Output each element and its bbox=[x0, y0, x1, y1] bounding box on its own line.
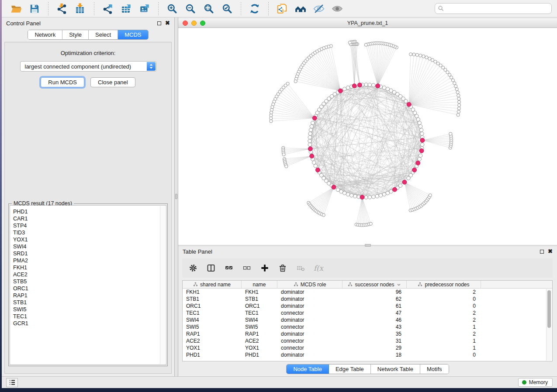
list-scrollbar[interactable] bbox=[160, 206, 166, 364]
network-node[interactable] bbox=[311, 121, 315, 124]
tab-motifs[interactable]: Motifs bbox=[420, 364, 449, 374]
network-node[interactable] bbox=[368, 83, 371, 86]
tab-mcds[interactable]: MCDS bbox=[118, 30, 148, 39]
mcds-hub-node[interactable] bbox=[308, 147, 312, 151]
save-session-button[interactable] bbox=[25, 1, 44, 16]
close-panel-icon[interactable]: ✖ bbox=[165, 21, 170, 25]
mcds-hub-node[interactable] bbox=[416, 161, 420, 165]
mcds-hub-node[interactable] bbox=[312, 116, 317, 120]
network-node[interactable] bbox=[382, 86, 386, 89]
table-row[interactable]: RAP1RAP1dominator352 bbox=[183, 330, 552, 337]
network-node[interactable] bbox=[457, 100, 460, 103]
column-header-name[interactable]: name bbox=[242, 281, 277, 288]
criterion-dropdown[interactable]: largest connected component (undirected) bbox=[20, 61, 156, 72]
network-node[interactable] bbox=[455, 88, 458, 91]
select-all-button[interactable] bbox=[223, 262, 235, 274]
network-node[interactable] bbox=[412, 53, 415, 56]
result-node-item[interactable]: YOX1 bbox=[13, 236, 166, 243]
float-panel-icon[interactable] bbox=[157, 21, 161, 25]
network-node[interactable] bbox=[369, 222, 372, 225]
mcds-hub-node[interactable] bbox=[315, 168, 320, 172]
network-node[interactable] bbox=[418, 121, 421, 124]
first-neighbors-button[interactable] bbox=[291, 1, 310, 16]
network-node[interactable] bbox=[343, 87, 346, 91]
network-node[interactable] bbox=[339, 190, 343, 193]
table-row[interactable]: FKH1FKH1dominator962 bbox=[183, 289, 552, 296]
table-row[interactable]: SWI4SWI4dominator462 bbox=[183, 316, 552, 323]
tab-edge-table[interactable]: Edge Table bbox=[329, 364, 371, 374]
network-node[interactable] bbox=[453, 82, 456, 85]
hide-selected-button[interactable] bbox=[310, 1, 328, 16]
tab-select[interactable]: Select bbox=[89, 30, 118, 39]
network-node[interactable] bbox=[457, 113, 460, 117]
add-button[interactable] bbox=[259, 262, 270, 274]
network-node[interactable] bbox=[456, 91, 459, 94]
network-node[interactable] bbox=[308, 135, 311, 139]
network-node[interactable] bbox=[285, 165, 288, 168]
network-node[interactable] bbox=[364, 43, 367, 46]
result-node-item[interactable]: STP4 bbox=[13, 222, 166, 229]
delete-button[interactable] bbox=[277, 262, 288, 274]
mcds-hub-node[interactable] bbox=[338, 89, 343, 93]
mcds-hub-node[interactable] bbox=[419, 148, 424, 153]
result-node-item[interactable]: GCR1 bbox=[13, 320, 166, 327]
network-node[interactable] bbox=[314, 164, 317, 168]
network-node[interactable] bbox=[419, 54, 422, 57]
panel-divider[interactable] bbox=[175, 17, 178, 376]
network-node[interactable] bbox=[454, 85, 457, 88]
network-node[interactable] bbox=[457, 97, 460, 100]
zoom-fit-button[interactable] bbox=[200, 1, 218, 16]
network-node[interactable] bbox=[409, 53, 412, 56]
tab-node-table[interactable]: Node Table bbox=[287, 364, 329, 374]
network-node[interactable] bbox=[425, 56, 428, 59]
mcds-hub-node[interactable] bbox=[352, 84, 356, 88]
export-table-button[interactable] bbox=[117, 1, 135, 16]
network-node[interactable] bbox=[421, 143, 424, 146]
table-row[interactable]: ACE2ACE2connector311 bbox=[183, 337, 552, 344]
column-header-predecessor-nodes[interactable]: predecessor nodes bbox=[407, 281, 481, 288]
network-node[interactable] bbox=[389, 190, 393, 193]
result-node-item[interactable]: FKH1 bbox=[13, 264, 166, 271]
result-node-item[interactable]: STB5 bbox=[13, 278, 166, 285]
network-node[interactable] bbox=[419, 124, 422, 128]
mcds-hub-node[interactable] bbox=[402, 180, 407, 184]
result-node-item[interactable]: ACE2 bbox=[13, 271, 166, 278]
open-file-button[interactable] bbox=[7, 1, 25, 16]
network-node[interactable] bbox=[457, 110, 460, 113]
mcds-hub-node[interactable] bbox=[420, 138, 425, 142]
network-node[interactable] bbox=[368, 196, 371, 199]
network-node[interactable] bbox=[418, 157, 421, 161]
network-node[interactable] bbox=[294, 80, 297, 83]
scrollbar-thumb[interactable] bbox=[547, 290, 551, 328]
memory-button[interactable]: Memory bbox=[518, 378, 553, 387]
network-node[interactable] bbox=[458, 103, 461, 107]
network-node[interactable] bbox=[398, 184, 402, 187]
mcds-result-list[interactable]: PHD1CAR1STP4TID3YOX1SWI4SRD1PMA2FKH1ACE2… bbox=[10, 205, 166, 365]
show-all-button[interactable] bbox=[328, 1, 346, 16]
run-mcds-button[interactable]: Run MCDS bbox=[41, 77, 84, 87]
mcds-hub-node[interactable] bbox=[393, 187, 397, 192]
import-table-button[interactable] bbox=[71, 1, 90, 16]
network-canvas[interactable] bbox=[178, 28, 557, 245]
network-node[interactable] bbox=[372, 83, 375, 87]
network-node[interactable] bbox=[429, 194, 432, 197]
network-node[interactable] bbox=[415, 53, 419, 56]
network-titlebar[interactable]: YPA_prune.txt_1 bbox=[178, 19, 557, 28]
import-network-button[interactable] bbox=[53, 1, 71, 16]
network-node[interactable] bbox=[346, 86, 349, 89]
columns-button[interactable] bbox=[205, 262, 217, 274]
network-node[interactable] bbox=[308, 132, 312, 135]
result-node-item[interactable]: SWI4 bbox=[13, 243, 166, 250]
network-node[interactable] bbox=[416, 117, 420, 121]
network-node[interactable] bbox=[379, 193, 382, 197]
mcds-hub-node[interactable] bbox=[376, 84, 380, 88]
result-node-item[interactable]: PHD1 bbox=[13, 208, 166, 215]
result-node-item[interactable]: PMA2 bbox=[13, 257, 166, 264]
result-node-item[interactable]: ORC1 bbox=[13, 285, 166, 292]
network-node[interactable] bbox=[322, 213, 325, 217]
zoom-in-button[interactable] bbox=[163, 1, 181, 16]
network-node[interactable] bbox=[282, 153, 285, 156]
tab-network[interactable]: Network bbox=[28, 30, 62, 39]
table-row[interactable]: STB1STB1dominator620 bbox=[183, 296, 552, 303]
network-node[interactable] bbox=[422, 55, 425, 58]
